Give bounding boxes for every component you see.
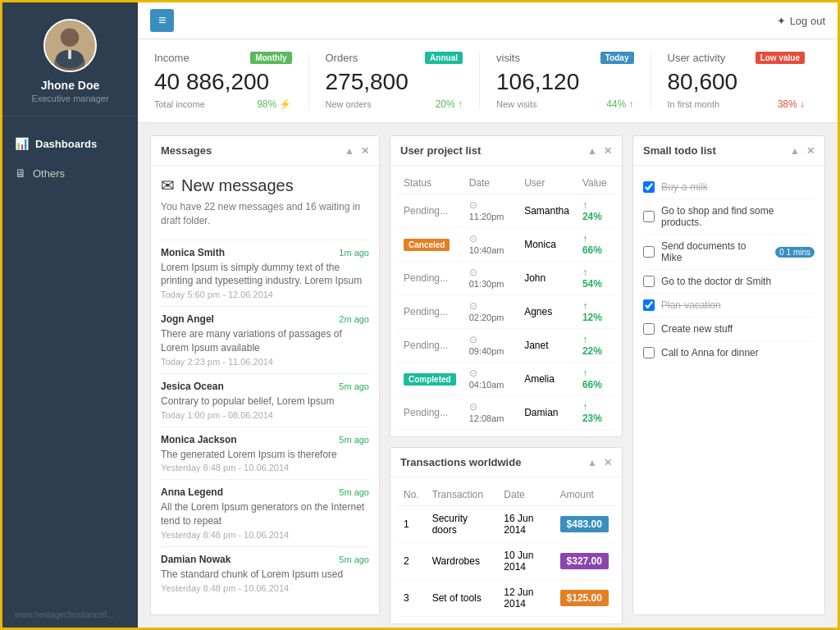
- trans-amount: $483.00: [554, 506, 615, 543]
- row-date: ⊙ 01:30pm: [463, 262, 518, 295]
- transactions-panel-header: Transactions worldwide ▲ ✕: [390, 448, 622, 477]
- clock-icon: ⊙: [469, 334, 477, 345]
- stat-user-activity: User activity Low value 80,600 In first …: [668, 52, 822, 110]
- row-user: John: [518, 262, 576, 295]
- table-row: Pending... ⊙ 12:08am Damian ↑ 23%: [397, 396, 615, 430]
- logout-label: Log out: [790, 15, 825, 27]
- row-status: Pending...: [397, 295, 463, 329]
- todo-panel-header: Small todo list ▲ ✕: [633, 136, 824, 166]
- row-value: ↑ 54%: [576, 262, 615, 295]
- todo-checkbox[interactable]: [643, 299, 655, 311]
- row-user: Amelia: [518, 363, 576, 396]
- todo-badge: 0 1 mins: [775, 247, 815, 258]
- collapse-icon[interactable]: ▲: [587, 145, 597, 157]
- collapse-icon[interactable]: ▲: [345, 145, 354, 157]
- project-panel-header: User project list ▲ ✕: [390, 136, 622, 166]
- close-icon[interactable]: ✕: [604, 145, 612, 157]
- project-panel-controls[interactable]: ▲ ✕: [587, 145, 612, 157]
- todo-text: Plan-vacation: [661, 299, 815, 311]
- svg-rect-4: [68, 50, 71, 59]
- close-icon[interactable]: ✕: [806, 145, 815, 157]
- collapse-icon[interactable]: ▲: [587, 457, 597, 468]
- menu-button[interactable]: ≡: [150, 9, 174, 32]
- col-amount: Amount: [554, 484, 615, 506]
- todo-item: Send documents to Mike 0 1 mins: [643, 235, 815, 270]
- sidebar-item-dashboards[interactable]: 📊 Dashboards: [2, 129, 138, 158]
- row-value: ↑ 66%: [576, 228, 615, 262]
- msg-preview: The generated Lorem Ipsum is therefore: [161, 448, 369, 462]
- msg-sender: Damian Nowak: [161, 554, 231, 565]
- table-row: 2 Wardrobes 10 Jun 2014 $327.00: [397, 543, 615, 580]
- todo-item: Buy-a-milk: [643, 176, 815, 199]
- stat-income-footer: Total income: [154, 99, 205, 109]
- msg-date: Today 1:00 pm - 08.06.2014: [161, 410, 369, 420]
- msg-date: Yesterday 8:48 pm - 10.06.2014: [161, 463, 369, 472]
- col-value: Value: [576, 172, 615, 194]
- transactions-panel-controls[interactable]: ▲ ✕: [587, 457, 612, 468]
- stat-activity-change: 38% ↓: [778, 98, 805, 110]
- msg-time: 5m ago: [339, 435, 369, 445]
- todo-checkbox[interactable]: [643, 246, 655, 258]
- row-value: ↑ 66%: [576, 363, 615, 396]
- todo-panel: Small todo list ▲ ✕ Buy-a-milk Go to sho…: [632, 135, 825, 615]
- stat-orders-value: 275,800: [326, 69, 463, 95]
- todo-text: Send documents to Mike: [661, 240, 769, 263]
- msg-preview: Lorem Ipsum is simply dummy text of the …: [161, 261, 369, 289]
- message-item: Anna Legend 5m ago All the Lorem Ipsum g…: [161, 479, 369, 546]
- col-date: Date: [463, 172, 518, 194]
- stat-visits-footer: New visits: [496, 99, 537, 109]
- todo-checkbox[interactable]: [643, 211, 655, 222]
- table-row: Pending... ⊙ 01:30pm John ↑ 54%: [397, 262, 615, 295]
- messages-panel-controls[interactable]: ▲ ✕: [345, 145, 369, 157]
- table-row: Pending... ⊙ 02:20pm Agnes ↑ 12%: [397, 295, 615, 329]
- stat-income-badge: Monthly: [250, 52, 291, 64]
- msg-sender: Jesica Ocean: [161, 381, 224, 392]
- col-status: Status: [397, 172, 463, 194]
- row-value: ↑ 24%: [576, 194, 615, 228]
- project-table: Status Date User Value Pending... ⊙ 11:2…: [397, 172, 615, 430]
- middle-column: User project list ▲ ✕ Status Date User: [390, 135, 623, 615]
- msg-preview: There are many variations of passages of…: [161, 327, 369, 355]
- stat-activity-value: 80,600: [668, 69, 806, 95]
- transactions-table: No. Transaction Date Amount 1 Security d…: [397, 484, 615, 617]
- todo-panel-controls[interactable]: ▲ ✕: [790, 145, 815, 157]
- transactions-panel-body: No. Transaction Date Amount 1 Security d…: [390, 477, 622, 623]
- todo-item: Plan-vacation: [643, 294, 815, 317]
- msg-date: Today 5:60 pm - 12.06.2014: [161, 290, 369, 299]
- row-user: Monica: [518, 228, 576, 262]
- messages-panel: Messages ▲ ✕ ✉ New messages You have 22 …: [150, 135, 380, 615]
- envelope-icon: ✉: [161, 176, 175, 195]
- stat-visits: visits Today 106,120 New visits 44% ↑: [496, 52, 651, 110]
- todo-checkbox[interactable]: [643, 181, 655, 193]
- close-icon[interactable]: ✕: [361, 145, 369, 157]
- col-transaction: Transaction: [426, 484, 498, 506]
- footer-url: www.heritagechristiancoll...: [2, 602, 138, 628]
- sidebar-item-others[interactable]: 🖥 Others: [2, 158, 138, 188]
- sidebar-nav: 📊 Dashboards 🖥 Others: [2, 116, 138, 200]
- trans-date: 16 Jun 2014: [497, 506, 553, 543]
- message-item: Jogn Angel 2m ago There are many variati…: [161, 306, 369, 373]
- right-column: Small todo list ▲ ✕ Buy-a-milk Go to sho…: [632, 135, 825, 615]
- stat-orders-title: Orders: [326, 52, 358, 64]
- trans-name: Set of tools: [426, 580, 498, 617]
- project-panel-body: Status Date User Value Pending... ⊙ 11:2…: [390, 166, 622, 436]
- trans-no: 2: [397, 543, 426, 580]
- stat-activity-title: User activity: [668, 52, 726, 64]
- todo-checkbox[interactable]: [643, 347, 655, 358]
- stat-visits-title: visits: [496, 52, 520, 64]
- collapse-icon[interactable]: ▲: [790, 145, 800, 157]
- msg-sender: Anna Legend: [161, 486, 223, 498]
- table-row: Canceled ⊙ 10:40am Monica ↑ 66%: [397, 228, 615, 262]
- dashboard-icon: 📊: [15, 137, 29, 150]
- stat-activity-footer: In first month: [668, 99, 720, 109]
- todo-checkbox[interactable]: [643, 276, 655, 287]
- msg-preview: All the Lorem Ipsum generators on the In…: [161, 500, 369, 528]
- todo-checkbox[interactable]: [643, 323, 655, 335]
- msg-preview: Contrary to popular belief, Lorem Ipsum: [161, 395, 369, 409]
- clock-icon: ⊙: [469, 300, 477, 312]
- close-icon[interactable]: ✕: [604, 457, 612, 468]
- logout-link[interactable]: ✦ Log out: [777, 15, 825, 27]
- todo-item: Go to the doctor dr Smith: [643, 270, 815, 294]
- msg-date: Yesterday 8:48 pm - 10.06.2014: [161, 583, 369, 593]
- messages-panel-body: ✉ New messages You have 22 new messages …: [151, 166, 379, 614]
